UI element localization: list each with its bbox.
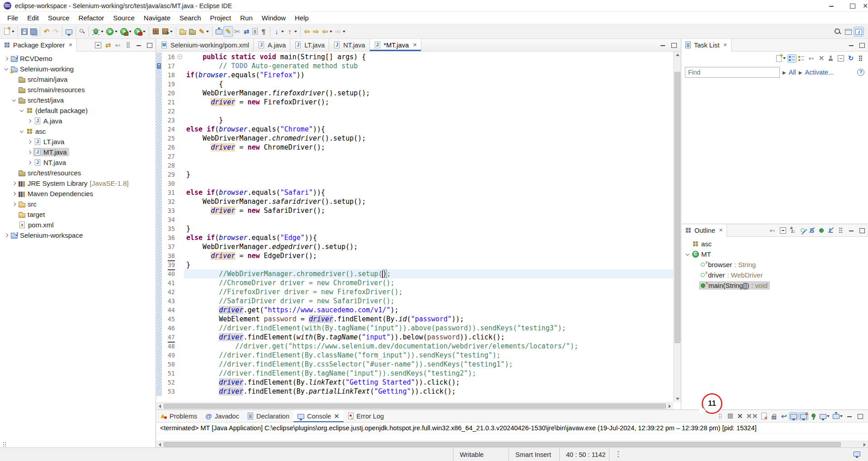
help-icon[interactable] <box>857 69 864 76</box>
code-line-47[interactable]: 47 driver.findElement(with(By.tagName("i… <box>156 333 673 342</box>
line-number[interactable]: 28 <box>163 161 176 170</box>
categorized-button[interactable] <box>788 55 796 62</box>
notification-badge[interactable]: 11 <box>702 393 722 414</box>
line-number[interactable]: 53 <box>163 387 176 396</box>
new-java-project-button[interactable] <box>151 27 160 36</box>
chevron-collapsed-icon[interactable] <box>3 230 10 240</box>
line-number[interactable]: 42 <box>163 287 176 296</box>
filter-completed-button[interactable]: ✕ <box>817 54 826 63</box>
code-line-51[interactable]: 51 //driver.findElement(By.tagName("inpu… <box>156 369 673 378</box>
view-menu-button[interactable] <box>836 226 845 235</box>
line-number[interactable]: 45 <box>163 315 176 324</box>
console-tab-problems[interactable]: Problems <box>156 410 201 422</box>
menu-refactor[interactable]: Refactor <box>74 13 109 23</box>
open-perspective-button[interactable] <box>844 27 853 36</box>
code-line-27[interactable]: 27 <box>156 152 673 161</box>
line-number[interactable]: 37 <box>163 242 176 251</box>
tab-package-explorer[interactable]: Package Explorer ✕ <box>0 39 77 52</box>
show-source-button[interactable] <box>251 27 259 36</box>
maximize-button[interactable] <box>855 412 864 421</box>
editor-tab-selenium-working-pom-xml[interactable]: Selenium-working/pom.xml <box>156 39 254 51</box>
remove-all-launches-button[interactable]: ✕✕ <box>745 412 759 421</box>
code-line-17[interactable]: 17 // TODO Auto-generated method stub <box>156 61 673 71</box>
editor-tab--mt-java[interactable]: *MT.java✕ <box>370 39 422 51</box>
tree-item-asc[interactable]: asc <box>0 126 156 136</box>
code-line-40[interactable]: 40 //WebDriverManager.chromedriver().set… <box>156 269 673 278</box>
menu-file[interactable]: File <box>3 13 23 23</box>
line-number[interactable]: 51 <box>163 369 176 378</box>
chevron-collapsed-icon[interactable] <box>26 157 33 168</box>
forward-button[interactable]: ⇨ <box>334 27 347 37</box>
hide-fields-button[interactable] <box>799 226 807 235</box>
code-line-39[interactable]: 39} <box>156 260 673 269</box>
dropdown-arrow-icon[interactable] <box>101 31 104 33</box>
code-line-19[interactable]: 19 { <box>156 80 673 89</box>
tree-item-maven-dependencies[interactable]: Maven Dependencies <box>0 188 156 199</box>
dropdown-arrow-icon[interactable] <box>206 31 209 33</box>
close-icon[interactable]: ✕ <box>719 227 723 233</box>
line-number[interactable]: 26 <box>163 143 176 152</box>
caret-position-status[interactable]: 40 : 50 : 1142 <box>559 448 609 461</box>
maximize-button[interactable] <box>669 41 678 50</box>
previous-annotation-button[interactable]: ↑ <box>285 27 298 37</box>
chevron-collapsed-icon[interactable] <box>26 116 33 126</box>
menu-search[interactable]: Search <box>175 13 206 23</box>
java-perspective-button[interactable] <box>854 27 863 36</box>
dropdown-arrow-icon[interactable] <box>12 31 14 33</box>
code-line-32[interactable]: 32 WebDriverManager.safaridriver().setup… <box>156 197 673 206</box>
mark-occurrences-button[interactable] <box>78 27 87 36</box>
code-line-52[interactable]: 52 driver.findElement(By.linkText("Getti… <box>156 378 673 387</box>
redo-button[interactable]: ↷ <box>51 27 60 37</box>
tree-item-src-test-resources[interactable]: src/test/resources <box>0 168 156 178</box>
sort-button[interactable] <box>789 226 797 235</box>
minimize-button[interactable] <box>658 41 667 50</box>
code-line-30[interactable]: 30 <box>156 179 673 188</box>
code-line-36[interactable]: 36else if(browser.equals("Edge")){ <box>156 233 673 242</box>
back-button[interactable]: ⇦ <box>321 27 334 37</box>
line-number[interactable]: 27 <box>163 152 176 161</box>
run-button[interactable] <box>105 27 119 37</box>
minimize-button[interactable] <box>847 41 856 50</box>
line-number[interactable]: 34 <box>163 215 176 224</box>
code-line-48[interactable]: 48 //driver.get("https://www.selenium.de… <box>156 342 673 351</box>
line-number[interactable]: 23 <box>163 116 176 125</box>
debug-button[interactable] <box>91 27 105 36</box>
chevron-expanded-icon[interactable] <box>684 249 691 259</box>
link-with-editor-button[interactable]: ⇄ <box>104 41 112 50</box>
console-tab-javadoc[interactable]: @Javadoc <box>201 410 243 422</box>
toggle-highlight-button[interactable]: ✎ <box>224 27 233 37</box>
focus-button[interactable] <box>768 226 777 235</box>
line-number[interactable]: 36 <box>163 233 176 242</box>
remove-launch-button[interactable]: ✕ <box>736 412 744 421</box>
show-whitespace-button[interactable]: ¶ <box>259 27 268 37</box>
show-console-stderr-button[interactable] <box>799 413 808 420</box>
code-line-37[interactable]: 37 WebDriverManager.edgedriver().setup()… <box>156 242 673 251</box>
menu-project[interactable]: Project <box>206 13 236 23</box>
line-number[interactable]: 35 <box>163 224 176 233</box>
code-line-50[interactable]: 50 //driver.findElement(By.cssSelector("… <box>156 360 673 369</box>
tree-item-mt-java[interactable]: MT.java <box>0 147 156 157</box>
collapse-fold-icon[interactable]: − <box>177 54 182 59</box>
close-button[interactable]: ✕ <box>863 0 868 12</box>
line-number[interactable]: 43 <box>163 296 176 306</box>
line-number[interactable]: 18 <box>163 71 176 80</box>
code-line-34[interactable]: 34 <box>156 215 673 224</box>
line-number[interactable]: 22 <box>163 107 176 116</box>
tree-item-target[interactable]: target <box>0 209 156 220</box>
new-web-browser-button[interactable] <box>214 28 224 36</box>
scroll-lock-button[interactable] <box>769 412 778 420</box>
dropdown-arrow-icon[interactable] <box>840 415 843 417</box>
code-line-21[interactable]: 21 driver = new FirefoxDriver(); <box>156 98 673 107</box>
tree-item-driver[interactable]: sdriver : WebDriver <box>681 270 868 280</box>
code-line-20[interactable]: 20 WebDriverManager.firefoxdriver().setu… <box>156 89 673 98</box>
chevron-collapsed-icon[interactable] <box>26 136 33 147</box>
code-line-43[interactable]: 43 //SafariDriver driver = new SafariDri… <box>156 296 673 306</box>
synchronize-button[interactable]: ↻ <box>847 54 855 63</box>
filter-people-button[interactable] <box>827 54 835 62</box>
format-button[interactable]: ✂ <box>233 27 242 37</box>
annotate-button[interactable]: ✎ <box>197 27 210 37</box>
focus-button[interactable] <box>807 54 816 63</box>
tree-item-lt-java[interactable]: LT.java <box>0 136 156 147</box>
tree-item-src[interactable]: src <box>0 199 156 209</box>
chevron-expanded-icon[interactable] <box>10 95 18 105</box>
